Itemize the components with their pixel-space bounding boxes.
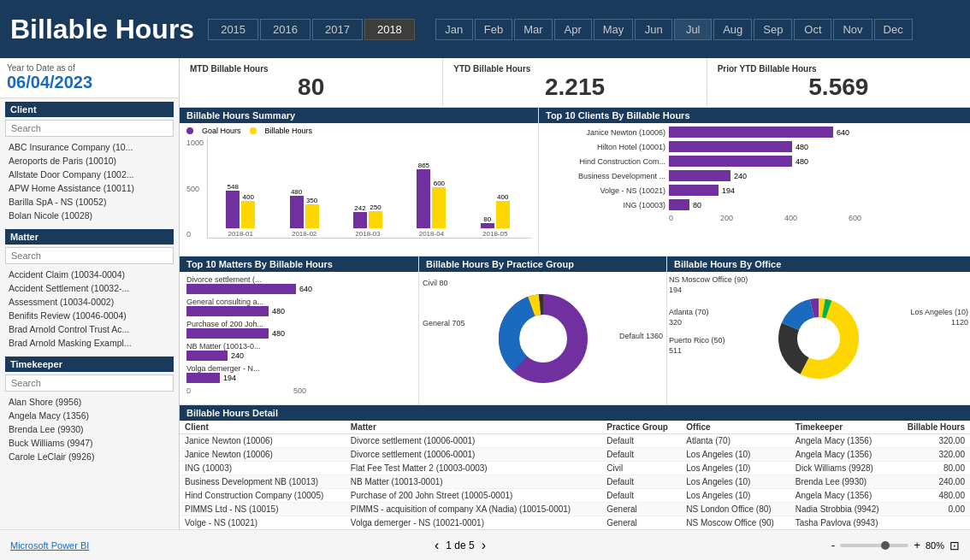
timekeeper-search-input[interactable] <box>5 374 174 392</box>
client-section-label: Client <box>5 102 174 117</box>
summary-chart-title: Billable Hours Summary <box>180 108 538 123</box>
month-tab-aug[interactable]: Aug <box>713 19 752 40</box>
table-row[interactable]: Hind Construction Company (10005) Purcha… <box>180 489 970 503</box>
zoom-value: 80% <box>926 540 944 551</box>
pg-label-civil: Civil 80 <box>423 279 448 287</box>
bar-group-1: 548 400 2018-01 <box>211 160 269 238</box>
pg-label-default: Default 1360 <box>619 332 663 340</box>
sidebar-item-matter-3[interactable]: Assessment (10034-0002) <box>5 295 174 309</box>
sidebar-item-client-1[interactable]: ABC Insurance Company (10... <box>5 140 174 154</box>
summary-legend: Goal Hours Billable Hours <box>186 127 531 135</box>
month-tab-nov[interactable]: Nov <box>833 19 872 40</box>
sidebar-item-tk-1[interactable]: Alan Shore (9956) <box>5 395 174 409</box>
month-tab-jan[interactable]: Jan <box>435 19 473 40</box>
month-tab-feb[interactable]: Feb <box>475 19 512 40</box>
sidebar-item-matter-5[interactable]: Brad Arnold Control Trust Ac... <box>5 322 174 336</box>
goal-legend-label: Goal Hours <box>202 127 241 135</box>
footer: Microsoft Power BI ‹ 1 de 5 › - + 80% ⊡ <box>0 529 970 560</box>
header: Billable Hours 2015 2016 2017 2018 Jan F… <box>0 0 970 58</box>
page-info: 1 de 5 <box>446 539 474 551</box>
office-label-atlanta: Atlanta (70) <box>669 308 709 316</box>
sidebar-item-client-6[interactable]: Bolan Nicole (10028) <box>5 209 174 222</box>
bar-group-4: 865 600 2018-04 <box>402 160 460 238</box>
actual-legend-label: Billable Hours <box>265 127 313 135</box>
prior-ytd-value: 5.569 <box>718 74 960 101</box>
sidebar-item-matter-4[interactable]: Benifits Review (10046-0004) <box>5 309 174 322</box>
year-tab-2017[interactable]: 2017 <box>312 19 363 40</box>
ytd-date: 06/04/2023 <box>7 73 172 92</box>
timekeeper-section-label: Timekeeper <box>5 357 174 372</box>
sidebar-item-matter-1[interactable]: Accident Claim (10034-0004) <box>5 268 174 281</box>
sidebar-item-client-4[interactable]: APW Home Assistance (10011) <box>5 181 174 195</box>
sidebar-item-tk-5[interactable]: Carole LeClair (9926) <box>5 450 174 463</box>
bar-group-5: 80 400 2018-05 <box>466 160 524 238</box>
month-tab-jun[interactable]: Jun <box>635 19 672 40</box>
ytd-kpi-title: YTD Billable Hours <box>453 64 695 74</box>
matter-bar-5: Volga demerger - N... 194 <box>186 364 411 383</box>
zoom-handle[interactable] <box>881 541 890 550</box>
zoom-plus-button[interactable]: + <box>914 539 920 551</box>
sidebar-item-client-5[interactable]: Barilla SpA - NS (10052) <box>5 195 174 209</box>
sidebar-item-tk-2[interactable]: Angela Macy (1356) <box>5 409 174 422</box>
month-tab-apr[interactable]: Apr <box>554 19 592 40</box>
pg-chart-title: Billable Hours By Practice Group <box>419 256 666 272</box>
bar-group-3: 242 250 2018-03 <box>339 160 397 238</box>
matter-search-input[interactable] <box>5 247 174 264</box>
zoom-slider[interactable] <box>840 544 908 547</box>
matter-bar-2: General consulting a... 480 <box>186 298 411 316</box>
month-tab-dec[interactable]: Dec <box>874 19 913 40</box>
office-label-la: Los Angeles (10) <box>910 308 968 316</box>
office-donut-chart <box>754 292 883 386</box>
goal-legend-dot <box>186 127 193 134</box>
sidebar-item-matter-2[interactable]: Accident Settlement (10032-... <box>5 281 174 295</box>
client-bar-4: Business Development ... 240 <box>546 170 963 181</box>
col-tk: Timekeeper <box>790 421 895 434</box>
col-office: Office <box>681 421 790 434</box>
month-tab-sep[interactable]: Sep <box>754 19 792 40</box>
detail-section: Billable Hours Detail Client Matter Prac… <box>180 405 970 529</box>
month-tab-oct[interactable]: Oct <box>794 19 831 40</box>
client-bar-1: Janice Newton (10006) 640 <box>546 127 963 138</box>
actual-legend-dot <box>250 127 257 134</box>
year-tab-2016[interactable]: 2016 <box>260 19 311 40</box>
matter-section-label: Matter <box>5 229 174 245</box>
month-tab-may[interactable]: May <box>594 19 634 40</box>
office-label-moscow: NS Moscow Office (90) <box>669 275 748 284</box>
detail-title: Billable Hours Detail <box>180 405 970 421</box>
client-search-input[interactable] <box>5 120 174 137</box>
powerbi-link[interactable]: Microsoft Power BI <box>10 540 89 551</box>
matter-bar-3: Purchase of 200 Joh... 480 <box>186 320 411 339</box>
office-label-moscow-val: 194 <box>669 286 682 294</box>
sidebar-item-tk-3[interactable]: Brenda Lee (9930) <box>5 422 174 436</box>
office-label-pr-val: 511 <box>669 346 682 355</box>
col-hours: Billable Hours <box>895 421 970 434</box>
table-row[interactable]: PIMMS Ltd - NS (10015) PIMMS - acquisiti… <box>180 503 970 516</box>
ytd-kpi-value: 2.215 <box>453 74 695 101</box>
table-row[interactable]: Janice Newton (10006) Divorce settlement… <box>180 448 970 462</box>
table-row[interactable]: Business Development NB (10013) NB Matte… <box>180 475 970 489</box>
table-row[interactable]: Janice Newton (10006) Divorce settlement… <box>180 434 970 448</box>
table-row[interactable]: Volge - NS (10021) Volga demerger - NS (… <box>180 516 970 530</box>
zoom-minus-button[interactable]: - <box>831 539 835 551</box>
bar-group-2: 480 350 2018-02 <box>275 160 333 238</box>
prior-ytd-title: Prior YTD Billable Hours <box>718 64 960 74</box>
sidebar-item-matter-6[interactable]: Brad Arnold Masking Exampl... <box>5 336 174 350</box>
app-title: Billable Hours <box>10 14 194 45</box>
ytd-label: Year to Date as of <box>7 63 172 73</box>
year-tab-2018[interactable]: 2018 <box>364 19 415 40</box>
month-tab-jul[interactable]: Jul <box>674 19 712 40</box>
nav-next-button[interactable]: › <box>482 538 486 553</box>
fit-page-icon[interactable]: ⊡ <box>949 539 960 552</box>
top10-matters-title: Top 10 Matters By Billable Hours <box>180 256 418 272</box>
month-tab-mar[interactable]: Mar <box>514 19 552 40</box>
office-label-atlanta-val: 320 <box>669 318 682 327</box>
year-tab-2015[interactable]: 2015 <box>208 19 258 40</box>
nav-prev-button[interactable]: ‹ <box>435 538 439 553</box>
sidebar-item-client-2[interactable]: Aeroports de Paris (10010) <box>5 154 174 168</box>
sidebar-item-tk-4[interactable]: Buck Williams (9947) <box>5 436 174 450</box>
sidebar-item-client-3[interactable]: Allstate Door Company (1002... <box>5 168 174 181</box>
client-bar-3: Hind Construction Com... 480 <box>546 156 963 167</box>
office-label-pr: Puerto Rico (50) <box>669 336 725 345</box>
col-client: Client <box>180 421 346 434</box>
table-row[interactable]: ING (10003) Flat Fee Test Matter 2 (1000… <box>180 462 970 475</box>
